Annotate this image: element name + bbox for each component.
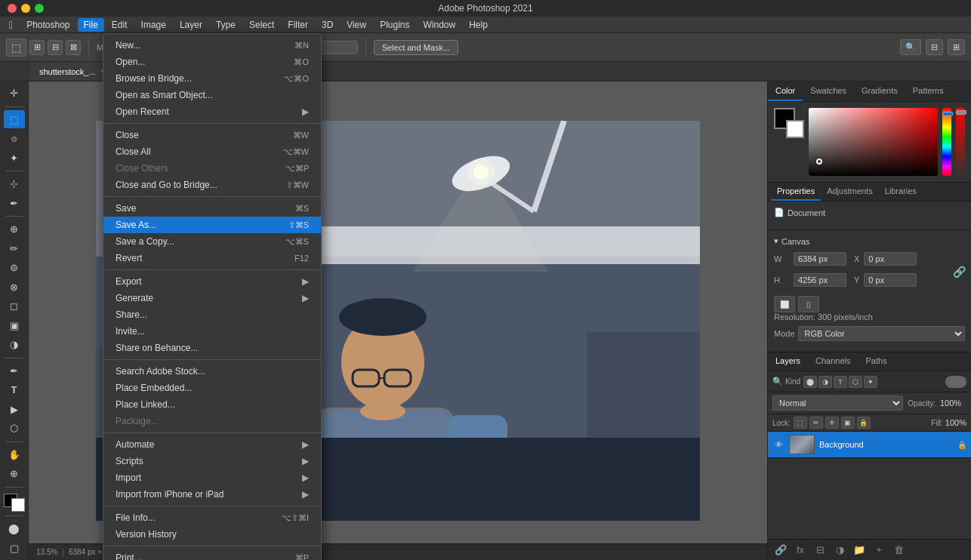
menu-item-new[interactable]: New... ⌘N	[103, 37, 321, 54]
tool-marquee[interactable]: ⬚	[4, 110, 25, 128]
menu-item-generate[interactable]: Generate ▶	[103, 290, 321, 306]
menu-item-open[interactable]: Open... ⌘O	[103, 54, 321, 70]
layer-visibility-btn[interactable]: 👁	[772, 438, 785, 451]
menu-item-search-stock[interactable]: Search Adobe Stock...	[103, 363, 321, 380]
lock-transparent-btn[interactable]: ⬚	[794, 417, 807, 429]
opacity-value[interactable]: 100%	[940, 398, 966, 408]
tool-eyedropper[interactable]: ✒	[4, 194, 25, 212]
color-spectrum[interactable]	[809, 108, 938, 176]
filter-pixel-btn[interactable]: ⬤	[803, 376, 817, 388]
tool-eraser[interactable]: ◻	[4, 297, 25, 315]
document-tab[interactable]: shutterstock_... ×	[30, 62, 114, 81]
canvas-x-input[interactable]	[864, 252, 917, 266]
tool-path-select[interactable]: ▶	[4, 401, 25, 419]
menu-image[interactable]: Image	[135, 18, 172, 32]
background-color[interactable]	[11, 498, 25, 512]
canvas-collapse-icon[interactable]: ▾	[774, 236, 778, 246]
canvas-portrait-btn[interactable]: ▯	[798, 296, 819, 312]
menu-item-save-as[interactable]: Save As... ⇧⌘S	[103, 217, 321, 233]
filter-shape-btn[interactable]: ⬡	[849, 376, 862, 388]
lock-position-btn[interactable]: ✛	[825, 417, 839, 429]
menu-item-open-smart[interactable]: Open as Smart Object...	[103, 87, 321, 103]
tool-clone[interactable]: ⊚	[4, 259, 25, 277]
new-layer-btn[interactable]: +	[871, 543, 887, 558]
lock-image-btn[interactable]: ✏	[809, 417, 823, 429]
tool-healing[interactable]: ⊕	[4, 220, 25, 238]
intersect-icon-btn[interactable]: ⊠	[66, 40, 81, 55]
menu-help[interactable]: Help	[463, 18, 494, 32]
menu-item-import[interactable]: Import ▶	[103, 469, 321, 486]
workspace-btn[interactable]: ⊟	[926, 39, 943, 55]
menu-item-save[interactable]: Save ⌘S	[103, 200, 321, 217]
menu-file[interactable]: File	[78, 18, 104, 32]
fullscreen-window-button[interactable]	[35, 4, 44, 13]
add-mask-btn[interactable]: ⊟	[812, 543, 828, 558]
menu-plugins[interactable]: Plugins	[374, 18, 415, 32]
menu-item-close[interactable]: Close ⌘W	[103, 127, 321, 143]
link-layers-btn[interactable]: 🔗	[772, 543, 789, 558]
menu-item-open-recent[interactable]: Open Recent ▶	[103, 103, 321, 120]
menu-item-file-info[interactable]: File Info... ⌥⇧⌘I	[103, 509, 321, 526]
menu-item-export[interactable]: Export ▶	[103, 273, 321, 290]
subtract-icon-btn[interactable]: ⊟	[48, 40, 63, 55]
tool-brush[interactable]: ✏	[4, 239, 25, 257]
tab-channels[interactable]: Channels	[808, 352, 858, 371]
menu-item-save-copy[interactable]: Save a Copy... ⌥⌘S	[103, 233, 321, 250]
menu-type[interactable]: Type	[210, 18, 242, 32]
menu-item-invite[interactable]: Invite...	[103, 323, 321, 340]
new-adjustment-btn[interactable]: ◑	[831, 543, 848, 558]
menu-item-revert[interactable]: Revert F12	[103, 250, 321, 266]
tab-color[interactable]: Color	[768, 82, 803, 101]
menu-item-scripts[interactable]: Scripts ▶	[103, 453, 321, 469]
menu-item-browse[interactable]: Browse in Bridge... ⌥⌘O	[103, 70, 321, 87]
menu-edit[interactable]: Edit	[106, 18, 134, 32]
layers-filter-toggle[interactable]	[945, 376, 966, 388]
lock-all-btn[interactable]: 🔒	[857, 417, 871, 429]
tab-patterns[interactable]: Patterns	[905, 82, 951, 101]
color-mode-select[interactable]: RGB Color	[798, 326, 965, 341]
menu-3d[interactable]: 3D	[316, 18, 339, 32]
fill-value[interactable]: 100%	[945, 418, 966, 427]
menu-item-share-behance[interactable]: Share on Behance...	[103, 340, 321, 356]
tool-screen-mode[interactable]: ▢	[4, 539, 25, 557]
tab-swatches[interactable]: Swatches	[803, 82, 854, 101]
delete-layer-btn[interactable]: 🗑	[890, 543, 907, 558]
tool-dodge[interactable]: ◑	[4, 336, 25, 354]
search-btn[interactable]: 🔍	[900, 39, 921, 55]
menu-item-package[interactable]: Package...	[103, 413, 321, 429]
alpha-slider[interactable]	[956, 108, 965, 176]
menu-item-import-iphone[interactable]: Import from iPhone or iPad ▶	[103, 486, 321, 503]
tab-paths[interactable]: Paths	[858, 352, 895, 371]
filter-adjust-btn[interactable]: ◑	[818, 376, 832, 388]
menu-item-version-history[interactable]: Version History	[103, 526, 321, 543]
tab-properties[interactable]: Properties	[771, 183, 821, 201]
menu-layer[interactable]: Layer	[174, 18, 208, 32]
tool-crop[interactable]: ⊹	[4, 175, 25, 193]
menu-item-place-embedded[interactable]: Place Embedded...	[103, 380, 321, 396]
menu-item-print[interactable]: Print... ⌘P	[103, 549, 321, 560]
tool-magic-wand[interactable]: ✦	[4, 149, 25, 167]
tool-pen[interactable]: ✒	[4, 362, 25, 380]
tab-adjustments[interactable]: Adjustments	[821, 183, 879, 201]
background-color-swatch[interactable]	[786, 120, 804, 138]
tool-icon-btn[interactable]: ⬚	[6, 38, 26, 57]
tool-move[interactable]: ✛	[4, 85, 25, 103]
apple-menu[interactable]: 	[3, 19, 19, 31]
tool-zoom[interactable]: ⊕	[4, 465, 25, 483]
close-window-button[interactable]	[8, 4, 17, 13]
menu-item-close-bridge[interactable]: Close and Go to Bridge... ⇧⌘W	[103, 177, 321, 193]
menu-item-close-others[interactable]: Close Others ⌥⌘P	[103, 160, 321, 177]
tool-lasso[interactable]: ⌾	[4, 130, 25, 148]
menu-filter[interactable]: Filter	[282, 18, 314, 32]
arrange-btn[interactable]: ⊞	[948, 39, 965, 55]
add-icon-btn[interactable]: ⊞	[29, 40, 45, 55]
tool-shapes[interactable]: ⬡	[4, 420, 25, 438]
hue-slider[interactable]	[942, 108, 951, 176]
menu-select[interactable]: Select	[243, 18, 280, 32]
filter-smart-btn[interactable]: ✦	[864, 376, 877, 388]
canvas-landscape-btn[interactable]: ⬜	[774, 296, 795, 312]
menu-view[interactable]: View	[341, 18, 372, 32]
tool-gradient[interactable]: ▣	[4, 317, 25, 335]
new-group-btn[interactable]: 📁	[851, 543, 868, 558]
menu-item-share[interactable]: Share...	[103, 306, 321, 323]
